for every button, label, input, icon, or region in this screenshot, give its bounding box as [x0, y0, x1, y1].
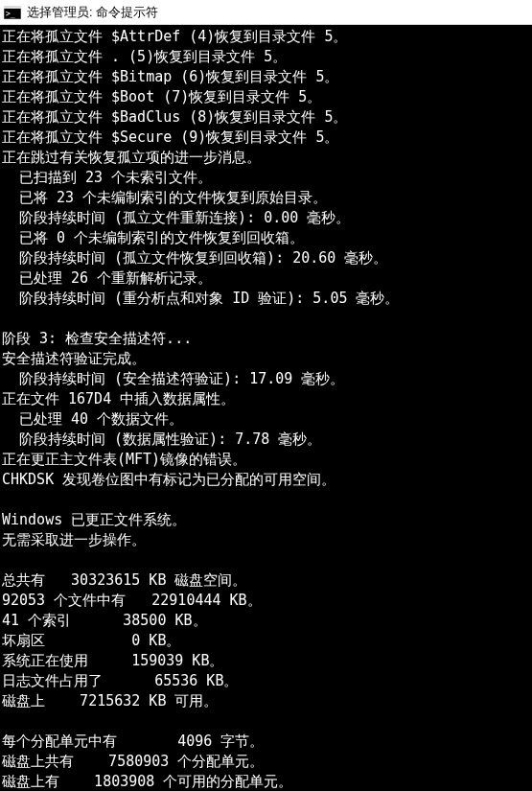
terminal-output[interactable]: 正在将孤立文件 $AttrDef (4)恢复到目录文件 5。正在将孤立文件 . …: [0, 25, 532, 791]
terminal-line: 已处理 40 个数据文件。: [2, 409, 530, 430]
terminal-line: 磁盘上 7215632 KB 可用。: [2, 691, 530, 711]
terminal-line: 日志文件占用了 65536 KB。: [2, 671, 530, 691]
terminal-line: 安全描述符验证完成。: [2, 349, 530, 369]
terminal-line: 阶段持续时间 (孤立文件重新连接): 0.00 毫秒。: [2, 208, 530, 228]
terminal-line: 正在将孤立文件 $BadClus (8)恢复到目录文件 5。: [2, 107, 530, 128]
terminal-line: 阶段 3: 检查安全描述符...: [2, 329, 530, 349]
terminal-line: 磁盘上有 1803908 个可用的分配单元。: [2, 772, 530, 791]
terminal-line: 已处理 26 个重新解析记录。: [2, 268, 530, 289]
terminal-line: 已将 0 个未编制索引的文件恢复到回收箱。: [2, 228, 530, 248]
svg-text:>_: >_: [6, 10, 15, 18]
terminal-line: 系统正在使用 159039 KB。: [2, 651, 530, 671]
terminal-line: 正在文件 167D4 中插入数据属性。: [2, 389, 530, 409]
terminal-line: 每个分配单元中有 4096 字节。: [2, 732, 530, 752]
terminal-line: 已将 23 个未编制索引的文件恢复到原始目录。: [2, 188, 530, 208]
terminal-line: 已扫描到 23 个未索引文件。: [2, 168, 530, 188]
cmd-icon: >_: [4, 5, 21, 20]
svg-rect-1: [4, 6, 21, 9]
terminal-line: [2, 711, 530, 732]
terminal-line: 坏扇区 0 KB。: [2, 631, 530, 651]
terminal-line: [2, 550, 530, 570]
window-titlebar[interactable]: >_ 选择管理员: 命令提示符: [0, 0, 532, 25]
terminal-line: [2, 490, 530, 510]
terminal-line: 阶段持续时间 (数据属性验证): 7.78 毫秒。: [2, 430, 530, 450]
terminal-line: 正在更正主文件表(MFT)镜像的错误。: [2, 450, 530, 470]
terminal-line: 无需采取进一步操作。: [2, 530, 530, 550]
terminal-line: 阶段持续时间 (重分析点和对象 ID 验证): 5.05 毫秒。: [2, 289, 530, 309]
terminal-line: 正在跳过有关恢复孤立项的进一步消息。: [2, 148, 530, 168]
terminal-line: 总共有 30323615 KB 磁盘空间。: [2, 570, 530, 591]
terminal-line: 正在将孤立文件 $AttrDef (4)恢复到目录文件 5。: [2, 27, 530, 47]
terminal-line: 正在将孤立文件 $Secure (9)恢复到目录文件 5。: [2, 128, 530, 148]
terminal-line: 磁盘上共有 7580903 个分配单元。: [2, 752, 530, 772]
terminal-line: 阶段持续时间 (孤立文件恢复到回收箱): 20.60 毫秒。: [2, 248, 530, 268]
terminal-line: 正在将孤立文件 $Bitmap (6)恢复到目录文件 5。: [2, 67, 530, 87]
terminal-line: 阶段持续时间 (安全描述符验证): 17.09 毫秒。: [2, 369, 530, 389]
terminal-line: CHKDSK 发现卷位图中有标记为已分配的可用空间。: [2, 470, 530, 490]
terminal-line: 正在将孤立文件 $Boot (7)恢复到目录文件 5。: [2, 87, 530, 107]
terminal-line: 41 个索引 38500 KB。: [2, 611, 530, 631]
window-title: 选择管理员: 命令提示符: [27, 4, 158, 21]
terminal-line: [2, 309, 530, 329]
terminal-line: 92053 个文件中有 22910444 KB。: [2, 591, 530, 611]
terminal-line: 正在将孤立文件 . (5)恢复到目录文件 5。: [2, 47, 530, 67]
terminal-line: Windows 已更正文件系统。: [2, 510, 530, 530]
